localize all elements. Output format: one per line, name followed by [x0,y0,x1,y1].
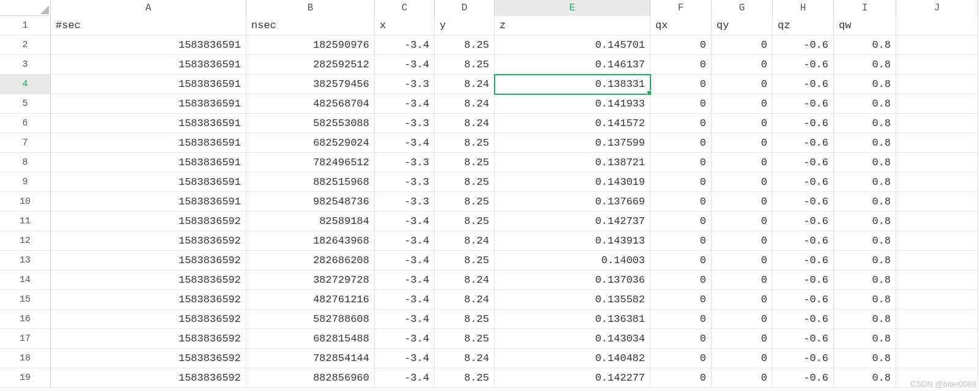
cell-C18[interactable]: -3.4 [375,349,435,368]
cell-C15[interactable]: -3.4 [375,290,435,310]
cell-B17[interactable]: 682815488 [246,329,375,349]
cell-C4[interactable]: -3.3 [375,75,435,94]
cell-B2[interactable]: 182590976 [246,35,375,55]
cell-G7[interactable]: 0 [712,133,773,153]
cell-B4[interactable]: 382579456 [246,75,375,94]
cell-C3[interactable]: -3.4 [375,55,435,75]
cell-D15[interactable]: 8.24 [435,290,495,310]
column-header-G[interactable]: G [712,0,773,16]
column-header-C[interactable]: C [375,0,435,16]
cell-F13[interactable]: 0 [650,251,712,270]
cell-D19[interactable]: 8.25 [435,368,495,388]
cell-H14[interactable]: -0.6 [773,270,834,290]
cell-F15[interactable]: 0 [650,290,712,310]
cell-B12[interactable]: 182643968 [246,231,375,251]
cell-I1[interactable]: qw [834,16,896,35]
cell-H2[interactable]: -0.6 [773,35,834,55]
cell-I19[interactable]: 0.8 [834,368,896,388]
cell-I4[interactable]: 0.8 [834,75,896,94]
cell-H8[interactable]: -0.6 [773,153,834,173]
cell-F14[interactable]: 0 [650,270,712,290]
cell-B7[interactable]: 682529024 [246,133,375,153]
cell-B5[interactable]: 482568704 [246,94,375,114]
cell-J6[interactable] [896,114,978,133]
cell-C7[interactable]: -3.4 [375,133,435,153]
cell-B1[interactable]: nsec [246,16,375,35]
cell-A1[interactable]: #sec [51,16,246,35]
row-header-17[interactable]: 17 [0,329,51,349]
cell-I13[interactable]: 0.8 [834,251,896,270]
cell-J5[interactable] [896,94,978,114]
cell-C17[interactable]: -3.4 [375,329,435,349]
row-header-10[interactable]: 10 [0,192,51,212]
cell-D13[interactable]: 8.25 [435,251,495,270]
cell-F11[interactable]: 0 [650,212,712,231]
cell-A12[interactable]: 1583836592 [51,231,246,251]
cell-E19[interactable]: 0.142277 [495,368,650,388]
cell-A10[interactable]: 1583836591 [51,192,246,212]
cell-D4[interactable]: 8.24 [435,75,495,94]
cell-J2[interactable] [896,35,978,55]
cell-D9[interactable]: 8.25 [435,173,495,192]
cell-J19[interactable] [896,368,978,388]
row-header-19[interactable]: 19 [0,368,51,388]
column-header-H[interactable]: H [773,0,834,16]
cell-A19[interactable]: 1583836592 [51,368,246,388]
cell-I12[interactable]: 0.8 [834,231,896,251]
cell-H3[interactable]: -0.6 [773,55,834,75]
cell-G19[interactable]: 0 [712,368,773,388]
cell-J10[interactable] [896,192,978,212]
cell-G4[interactable]: 0 [712,75,773,94]
cell-D5[interactable]: 8.24 [435,94,495,114]
cell-C11[interactable]: -3.4 [375,212,435,231]
cell-A11[interactable]: 1583836592 [51,212,246,231]
cell-F8[interactable]: 0 [650,153,712,173]
cell-D17[interactable]: 8.25 [435,329,495,349]
column-header-J[interactable]: J [896,0,978,16]
cell-A13[interactable]: 1583836592 [51,251,246,270]
cell-E4[interactable]: 0.138331 [495,75,650,94]
cell-H4[interactable]: -0.6 [773,75,834,94]
cell-D16[interactable]: 8.25 [435,310,495,329]
column-header-F[interactable]: F [650,0,712,16]
cell-D7[interactable]: 8.25 [435,133,495,153]
cell-F17[interactable]: 0 [650,329,712,349]
cell-D18[interactable]: 8.24 [435,349,495,368]
cell-B10[interactable]: 982548736 [246,192,375,212]
cell-A14[interactable]: 1583836592 [51,270,246,290]
cell-E18[interactable]: 0.140482 [495,349,650,368]
cell-E9[interactable]: 0.143019 [495,173,650,192]
cell-A2[interactable]: 1583836591 [51,35,246,55]
cell-G6[interactable]: 0 [712,114,773,133]
cell-E2[interactable]: 0.145701 [495,35,650,55]
cell-A4[interactable]: 1583836591 [51,75,246,94]
cell-D3[interactable]: 8.25 [435,55,495,75]
cell-E11[interactable]: 0.142737 [495,212,650,231]
cell-H12[interactable]: -0.6 [773,231,834,251]
cell-F10[interactable]: 0 [650,192,712,212]
cell-I11[interactable]: 0.8 [834,212,896,231]
cell-G14[interactable]: 0 [712,270,773,290]
cell-G16[interactable]: 0 [712,310,773,329]
cell-F4[interactable]: 0 [650,75,712,94]
cell-B18[interactable]: 782854144 [246,349,375,368]
cell-E3[interactable]: 0.146137 [495,55,650,75]
cell-J15[interactable] [896,290,978,310]
cell-J13[interactable] [896,251,978,270]
cell-F3[interactable]: 0 [650,55,712,75]
cell-G5[interactable]: 0 [712,94,773,114]
cell-E5[interactable]: 0.141933 [495,94,650,114]
row-header-7[interactable]: 7 [0,133,51,153]
cell-I7[interactable]: 0.8 [834,133,896,153]
cell-I5[interactable]: 0.8 [834,94,896,114]
cell-J17[interactable] [896,329,978,349]
cell-B16[interactable]: 582788608 [246,310,375,329]
cell-E13[interactable]: 0.14003 [495,251,650,270]
column-header-I[interactable]: I [834,0,896,16]
row-header-9[interactable]: 9 [0,173,51,192]
row-header-6[interactable]: 6 [0,114,51,133]
cell-A18[interactable]: 1583836592 [51,349,246,368]
cell-I18[interactable]: 0.8 [834,349,896,368]
column-header-A[interactable]: A [51,0,246,16]
cell-I15[interactable]: 0.8 [834,290,896,310]
